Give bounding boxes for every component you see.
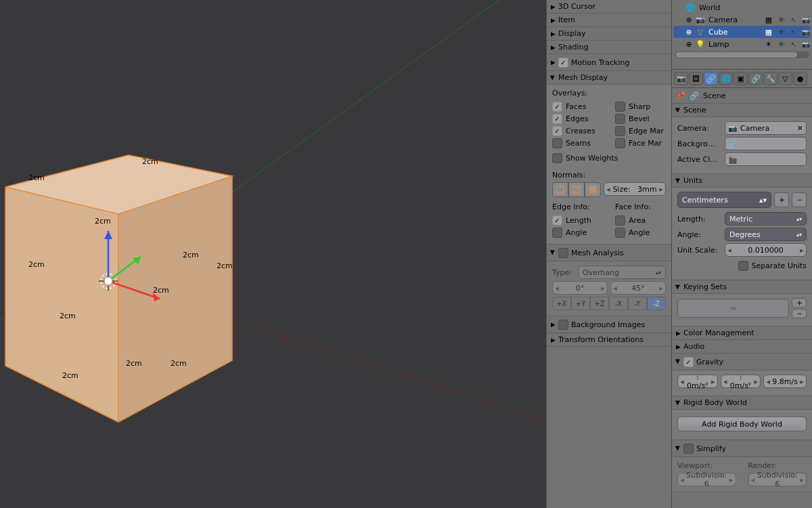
tab-render-icon[interactable]: 📷: [674, 72, 688, 85]
tab-material-icon[interactable]: ●: [793, 72, 807, 85]
tab-object-icon[interactable]: ▣: [734, 72, 748, 85]
bgimg-checkbox[interactable]: [558, 318, 568, 331]
axis-negz-button[interactable]: -Z: [647, 297, 666, 310]
tab-scene-icon[interactable]: 🔗: [704, 72, 718, 85]
activeclip-field[interactable]: 🎬: [725, 152, 807, 166]
background-field[interactable]: 🔗: [725, 137, 807, 150]
tab-renderlayers-icon[interactable]: 🖼: [689, 72, 703, 85]
overlay-bevel-checkbox[interactable]: Bevel: [615, 112, 666, 125]
simplify-checkbox[interactable]: [683, 442, 694, 454]
mesh-analysis-checkbox[interactable]: [558, 247, 568, 259]
edgeinfo-length-checkbox[interactable]: Length: [552, 214, 603, 226]
gravity-y-field[interactable]: ◂: 0m/s²▸: [721, 375, 761, 388]
unitscale-field[interactable]: ◂0.010000▸: [725, 243, 807, 257]
panel-color-management[interactable]: ▶Color Management: [672, 326, 812, 340]
visibility-icon[interactable]: 👁: [777, 41, 786, 48]
camera-data-icon[interactable]: ▦: [763, 14, 774, 25]
tab-constraints-icon[interactable]: 🔗: [748, 72, 763, 85]
panel-rigid-body-world[interactable]: ▶Rigid Body World: [672, 396, 812, 410]
decrease-icon[interactable]: ◂: [725, 246, 734, 255]
panel-mesh-display[interactable]: ▶Mesh Display: [547, 71, 671, 85]
renderable-icon[interactable]: 📷: [801, 41, 811, 48]
overlay-edges-checkbox[interactable]: Edges: [552, 112, 603, 125]
outliner-item-camera[interactable]: ⊕ 📷 Camera ▦ 👁 ↖ 📷: [673, 14, 811, 26]
camera-field[interactable]: 📷Camera✕: [725, 121, 807, 135]
increase-icon[interactable]: ▸: [657, 185, 665, 194]
lamp-data-icon[interactable]: ☀: [763, 39, 774, 49]
outliner-scrollbar[interactable]: [675, 51, 809, 58]
preset-add-button[interactable]: ＋: [774, 192, 789, 207]
overlay-creases-checkbox[interactable]: Creases: [552, 125, 603, 137]
gravity-checkbox[interactable]: [683, 356, 694, 368]
faceinfo-angle-checkbox[interactable]: Angle: [615, 226, 666, 238]
panel-gravity[interactable]: ▶Gravity: [672, 354, 812, 371]
outliner-item-lamp[interactable]: ⊕ 💡 Lamp ☀ 👁 ↖ 📷: [673, 38, 811, 50]
faceinfo-area-checkbox[interactable]: Area: [615, 214, 666, 226]
keyingset-add-button[interactable]: ＋: [792, 298, 807, 308]
tab-data-icon[interactable]: ▽: [778, 72, 792, 85]
expand-icon[interactable]: ⊕: [685, 16, 692, 24]
preset-remove-button[interactable]: －: [792, 192, 807, 207]
edgeinfo-angle-checkbox[interactable]: Angle: [552, 226, 603, 238]
panel-simplify[interactable]: ▶Simplify: [672, 440, 812, 457]
panel-transform-orientations[interactable]: ▶Transform Orientations: [547, 333, 671, 347]
renderable-icon[interactable]: 📷: [801, 16, 811, 24]
outliner-item-world[interactable]: 🌐 World: [673, 1, 811, 14]
selectable-icon[interactable]: ↖: [789, 16, 798, 24]
viewport-3d[interactable]: 2cm 2cm 2cm 2cm 2cm 2cm 2cm 2cm 2cm 2cm …: [0, 0, 546, 508]
increase-icon[interactable]: ▸: [798, 246, 806, 255]
show-weights-checkbox[interactable]: Show Weights: [552, 152, 666, 164]
panel-item[interactable]: ▶Item: [547, 14, 671, 27]
length-dropdown[interactable]: Metric▴▾: [725, 212, 807, 226]
expand-icon[interactable]: ⊕: [685, 28, 692, 37]
pin-icon[interactable]: 📌: [676, 91, 685, 100]
renderable-icon[interactable]: 📷: [801, 28, 811, 36]
simplify-render-subdiv-field[interactable]: ◂Subdivisio: 6▸: [748, 473, 807, 486]
gravity-x-field[interactable]: ◂: 0m/s²▸: [677, 375, 718, 388]
overlay-seams-checkbox[interactable]: Seams: [552, 137, 603, 149]
selectable-icon[interactable]: ↖: [789, 28, 798, 36]
unit-preset-dropdown[interactable]: Centimeters▴▾: [677, 192, 771, 208]
overlay-faces-checkbox[interactable]: Faces: [552, 100, 603, 112]
panel-3d-cursor[interactable]: ▶3D Cursor: [547, 0, 671, 14]
tab-modifiers-icon[interactable]: 🔧: [763, 72, 777, 85]
overlay-sharp-checkbox[interactable]: Sharp: [615, 100, 666, 112]
analysis-min-field[interactable]: ◂0°▸: [552, 281, 608, 295]
normals-vertex-icon[interactable]: [552, 182, 568, 197]
visibility-icon[interactable]: 👁: [777, 28, 786, 36]
panel-shading[interactable]: ▶Shading: [547, 41, 671, 54]
clear-icon[interactable]: ✕: [797, 124, 803, 133]
normals-size-field[interactable]: ◂ Size: 3mm ▸: [604, 182, 666, 196]
panel-motion-tracking[interactable]: ▶Motion Tracking: [547, 54, 671, 71]
normals-split-icon[interactable]: [568, 182, 585, 197]
panel-background-images[interactable]: ▶Background Images: [547, 316, 671, 333]
selectable-icon[interactable]: ↖: [789, 41, 798, 48]
panel-audio[interactable]: ▶Audio: [672, 340, 812, 354]
outliner[interactable]: 🌐 World ⊕ 📷 Camera ▦ 👁 ↖ 📷 ⊕ ▽ Cube ▦ 👁 …: [672, 0, 812, 70]
mesh-data-icon[interactable]: ▦: [763, 26, 774, 37]
keyingset-remove-button[interactable]: －: [792, 309, 807, 318]
overlay-facemark-checkbox[interactable]: Face Mar: [615, 137, 666, 149]
overlay-edgemark-checkbox[interactable]: Edge Mar: [615, 125, 666, 137]
panel-units[interactable]: ▶Units: [672, 174, 812, 188]
analysis-max-field[interactable]: ◂45°▸: [610, 281, 666, 295]
panel-keying-sets[interactable]: ▶Keying Sets: [672, 280, 812, 294]
keying-sets-list[interactable]: ═: [677, 299, 789, 318]
expand-icon[interactable]: ⊕: [685, 40, 692, 49]
axis-negy-button[interactable]: -Y: [628, 297, 647, 310]
gravity-z-field[interactable]: ◂9.8m/s▸: [763, 375, 807, 388]
axis-posz-button[interactable]: +Z: [590, 297, 609, 310]
axis-posx-button[interactable]: +X: [552, 297, 571, 310]
panel-display[interactable]: ▶Display: [547, 27, 671, 41]
decrease-icon[interactable]: ◂: [604, 185, 612, 194]
visibility-icon[interactable]: 👁: [777, 16, 786, 24]
motion-tracking-checkbox[interactable]: [558, 56, 568, 68]
outliner-item-cube[interactable]: ⊕ ▽ Cube ▦ 👁 ↖ 📷: [673, 26, 811, 38]
separate-units-checkbox[interactable]: Separate Units: [738, 259, 807, 272]
analysis-type-dropdown[interactable]: Overhang▴▾: [578, 266, 666, 279]
normals-face-icon[interactable]: [585, 182, 601, 197]
add-rigid-body-world-button[interactable]: Add Rigid Body World: [677, 417, 807, 431]
axis-posy-button[interactable]: +Y: [571, 297, 590, 310]
tab-world-icon[interactable]: 🌐: [719, 72, 733, 85]
axis-negx-button[interactable]: -X: [609, 297, 628, 310]
